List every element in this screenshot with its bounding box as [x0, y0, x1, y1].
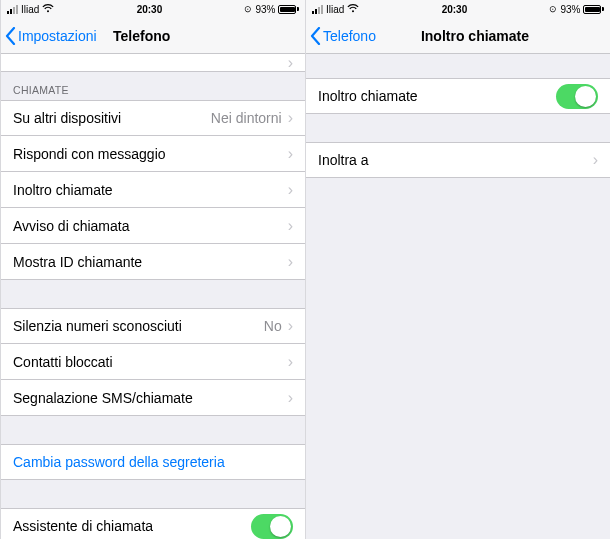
- status-time: 20:30: [137, 4, 163, 15]
- section-gap: [306, 114, 610, 142]
- row-call-forwarding[interactable]: Inoltro chiamate ›: [1, 172, 305, 208]
- row-other-devices[interactable]: Su altri dispositivi Nei dintorni ›: [1, 100, 305, 136]
- chevron-left-icon: [310, 27, 321, 45]
- status-time: 20:30: [442, 4, 468, 15]
- row-show-caller-id[interactable]: Mostra ID chiamante ›: [1, 244, 305, 280]
- signal-icon: [312, 5, 323, 14]
- row-value: Nei dintorni: [211, 110, 282, 126]
- status-bar: Iliad 20:30 ⊙ 93%: [306, 0, 610, 18]
- chevron-right-icon: ›: [288, 390, 293, 406]
- chevron-right-icon: ›: [593, 152, 598, 168]
- wifi-icon: [42, 4, 54, 15]
- battery-icon: [583, 5, 604, 14]
- row-blocked-contacts[interactable]: Contatti bloccati ›: [1, 344, 305, 380]
- call-forwarding-toggle[interactable]: [556, 84, 598, 109]
- battery-pct: 93%: [560, 4, 580, 15]
- status-right: ⊙ 93%: [549, 4, 604, 15]
- row-label: Assistente di chiamata: [13, 518, 153, 534]
- row-my-number-partial[interactable]: ›: [1, 54, 305, 72]
- row-label: Silenzia numeri sconosciuti: [13, 318, 182, 334]
- row-value: No: [264, 318, 282, 334]
- nav-back-button[interactable]: Impostazioni: [5, 27, 97, 45]
- screen-call-forwarding: Iliad 20:30 ⊙ 93% Telefono Inoltro chiam…: [305, 0, 610, 539]
- row-label: Mostra ID chiamante: [13, 254, 142, 270]
- row-label: Rispondi con messaggio: [13, 146, 166, 162]
- row-label: Avviso di chiamata: [13, 218, 129, 234]
- status-left: Iliad: [7, 4, 54, 15]
- nav-bar: Impostazioni Telefono: [1, 18, 305, 54]
- wifi-icon: [347, 4, 359, 15]
- nav-bar: Telefono Inoltro chiamate: [306, 18, 610, 54]
- chevron-right-icon: ›: [288, 318, 293, 334]
- battery-pct: 93%: [255, 4, 275, 15]
- nav-back-button[interactable]: Telefono: [310, 27, 376, 45]
- chevron-left-icon: [5, 27, 16, 45]
- dial-assist-toggle[interactable]: [251, 514, 293, 539]
- content: Inoltro chiamate Inoltra a ›: [306, 54, 610, 539]
- status-left: Iliad: [312, 4, 359, 15]
- row-call-waiting[interactable]: Avviso di chiamata ›: [1, 208, 305, 244]
- row-change-voicemail-password[interactable]: Cambia password della segreteria: [1, 444, 305, 480]
- row-forward-to[interactable]: Inoltra a ›: [306, 142, 610, 178]
- section-gap: [306, 54, 610, 78]
- section-gap: [1, 416, 305, 444]
- nav-back-label: Impostazioni: [18, 28, 97, 44]
- section-gap: [1, 280, 305, 308]
- status-right: ⊙ 93%: [244, 4, 299, 15]
- row-label: Inoltro chiamate: [13, 182, 113, 198]
- row-label: Cambia password della segreteria: [13, 454, 225, 470]
- row-respond-message[interactable]: Rispondi con messaggio ›: [1, 136, 305, 172]
- chevron-right-icon: ›: [288, 254, 293, 270]
- screen-phone-settings: Iliad 20:30 ⊙ 93% Impostazioni Telefono …: [0, 0, 305, 539]
- row-label: Su altri dispositivi: [13, 110, 121, 126]
- row-dial-assist: Assistente di chiamata: [1, 508, 305, 539]
- row-sms-call-report[interactable]: Segnalazione SMS/chiamate ›: [1, 380, 305, 416]
- row-label: Segnalazione SMS/chiamate: [13, 390, 193, 406]
- carrier-label: Iliad: [21, 4, 39, 15]
- section-header-calls: CHIAMATE: [1, 72, 305, 100]
- carrier-label: Iliad: [326, 4, 344, 15]
- chevron-right-icon: ›: [288, 146, 293, 162]
- battery-icon: [278, 5, 299, 14]
- row-label: Inoltra a: [318, 152, 369, 168]
- status-bar: Iliad 20:30 ⊙ 93%: [1, 0, 305, 18]
- alarm-icon: ⊙: [549, 4, 557, 14]
- row-forwarding-toggle: Inoltro chiamate: [306, 78, 610, 114]
- content: › CHIAMATE Su altri dispositivi Nei dint…: [1, 54, 305, 539]
- chevron-right-icon: ›: [288, 182, 293, 198]
- section-gap: [1, 480, 305, 508]
- chevron-right-icon: ›: [288, 354, 293, 370]
- row-label: Contatti bloccati: [13, 354, 113, 370]
- chevron-right-icon: ›: [288, 110, 293, 126]
- chevron-right-icon: ›: [288, 218, 293, 234]
- signal-icon: [7, 5, 18, 14]
- chevron-right-icon: ›: [288, 55, 293, 71]
- row-silence-unknown[interactable]: Silenzia numeri sconosciuti No ›: [1, 308, 305, 344]
- nav-back-label: Telefono: [323, 28, 376, 44]
- row-label: Inoltro chiamate: [318, 88, 418, 104]
- alarm-icon: ⊙: [244, 4, 252, 14]
